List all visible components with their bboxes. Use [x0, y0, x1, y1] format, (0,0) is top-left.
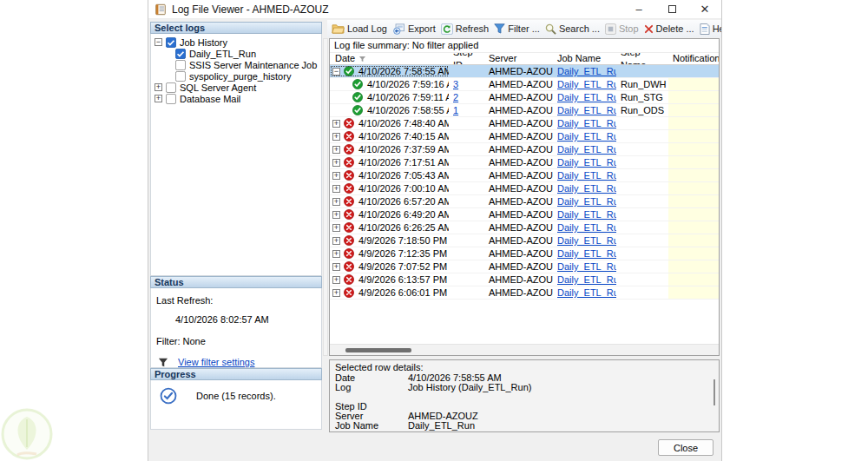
- job-name-link[interactable]: Daily_ETL_Run: [557, 274, 616, 285]
- server-cell: AHMED-AZOUZ: [484, 143, 553, 155]
- log-row[interactable]: +4/10/2026 7:40:15 AMAHMED-AZOUZDaily_ET…: [330, 130, 719, 143]
- log-row[interactable]: +4/9/2026 7:07:52 PMAHMED-AZOUZDaily_ETL…: [330, 260, 719, 273]
- log-row[interactable]: +4/9/2026 7:18:50 PMAHMED-AZOUZDaily_ETL…: [330, 234, 719, 247]
- log-row[interactable]: +4/10/2026 7:17:51 AMAHMED-AZOUZDaily_ET…: [330, 156, 719, 169]
- column-header-step-id[interactable]: Step ID: [449, 53, 484, 64]
- toolbar-button-label: Help: [713, 23, 721, 34]
- log-row[interactable]: +4/10/2026 6:49:20 AMAHMED-AZOUZDaily_ET…: [330, 208, 719, 221]
- column-header-step-name[interactable]: Step Name: [616, 53, 668, 64]
- job-name-link[interactable]: Daily_ETL_Run: [557, 209, 616, 220]
- toolbar-button-refresh[interactable]: Refresh: [438, 21, 492, 36]
- log-row[interactable]: 4/10/2026 7:58:55 AM1AHMED-AZOUZDaily_ET…: [330, 104, 719, 117]
- tree-item[interactable]: +Database Mail: [151, 93, 321, 104]
- tree-item[interactable]: syspolicy_purge_history: [151, 70, 321, 82]
- toolbar-button-export[interactable]: Export: [390, 21, 438, 36]
- row-expander-icon[interactable]: +: [332, 276, 340, 284]
- log-row[interactable]: +4/10/2026 6:26:25 AMAHMED-AZOUZDaily_ET…: [330, 221, 719, 234]
- close-button[interactable]: Close: [658, 439, 713, 456]
- error-icon: [344, 274, 354, 285]
- row-expander-icon[interactable]: +: [332, 133, 340, 141]
- toolbar-button-help[interactable]: Help: [697, 21, 721, 36]
- row-expander-icon[interactable]: +: [332, 211, 340, 219]
- column-header-notifications[interactable]: Notifications: [668, 53, 719, 64]
- toolbar-button-delete[interactable]: Delete ...: [641, 21, 697, 36]
- column-header-date[interactable]: Date: [330, 53, 449, 64]
- job-name-link[interactable]: Daily_ETL_Run: [557, 79, 616, 89]
- tree-item[interactable]: −Job History: [151, 36, 321, 48]
- step-id-link[interactable]: 1: [453, 105, 458, 115]
- row-expander-icon[interactable]: −: [332, 68, 340, 76]
- log-row[interactable]: 4/10/2026 7:59:16 AM3AHMED-AZOUZDaily_ET…: [330, 78, 719, 91]
- log-row[interactable]: +4/10/2026 7:37:59 AMAHMED-AZOUZDaily_ET…: [330, 143, 719, 156]
- job-name-link[interactable]: Daily_ETL_Run: [557, 183, 616, 194]
- log-row[interactable]: +4/10/2026 7:00:10 AMAHMED-AZOUZDaily_ET…: [330, 182, 719, 195]
- tree-expander-icon[interactable]: −: [155, 38, 162, 46]
- tree-item[interactable]: +SQL Server Agent: [151, 82, 321, 93]
- job-name-link[interactable]: Daily_ETL_Run: [557, 222, 616, 233]
- details-vertical-scrollbar[interactable]: [713, 379, 715, 405]
- tree-checkbox[interactable]: [166, 82, 176, 93]
- step-id-link[interactable]: 3: [453, 79, 458, 89]
- row-expander-icon[interactable]: +: [332, 185, 340, 193]
- job-name-link[interactable]: Daily_ETL_Run: [557, 144, 616, 155]
- tree-item[interactable]: Daily_ETL_Run: [151, 48, 321, 59]
- job-name-link[interactable]: Daily_ETL_Run: [557, 157, 616, 168]
- job-name-link[interactable]: Daily_ETL_Run: [557, 170, 616, 181]
- column-header-server[interactable]: Server: [484, 53, 553, 64]
- log-row[interactable]: +4/9/2026 6:06:01 PMAHMED-AZOUZDaily_ETL…: [330, 286, 719, 300]
- row-expander-icon[interactable]: +: [332, 198, 340, 206]
- job-name-link[interactable]: Daily_ETL_Run: [557, 118, 616, 128]
- screenshot-canvas: Log File Viewer - AHMED-AZOUZ – ✕ Select…: [0, 0, 868, 461]
- log-row[interactable]: +4/10/2026 6:57:20 AMAHMED-AZOUZDaily_ET…: [330, 195, 719, 208]
- column-header-label: Job Name: [557, 53, 601, 64]
- tree-checkbox[interactable]: [175, 49, 186, 59]
- tree-checkbox[interactable]: [175, 60, 186, 70]
- log-row[interactable]: +4/9/2026 6:13:57 PMAHMED-AZOUZDaily_ETL…: [330, 273, 719, 286]
- job-name-cell: Daily_ETL_Run: [553, 286, 616, 299]
- column-header-job-name[interactable]: Job Name: [553, 53, 616, 64]
- toolbar-button-search[interactable]: Search ...: [542, 21, 602, 36]
- tree-expander-icon[interactable]: +: [155, 83, 162, 91]
- log-row[interactable]: +4/10/2026 7:05:43 AMAHMED-AZOUZDaily_ET…: [330, 169, 719, 182]
- log-row[interactable]: 4/10/2026 7:59:11 AM2AHMED-AZOUZDaily_ET…: [330, 91, 719, 104]
- row-expander-icon[interactable]: +: [332, 120, 340, 128]
- log-row[interactable]: +4/9/2026 7:12:35 PMAHMED-AZOUZDaily_ETL…: [330, 247, 719, 260]
- row-expander-icon[interactable]: +: [332, 263, 340, 271]
- view-filter-settings-link[interactable]: View filter settings: [178, 357, 254, 367]
- job-name-link[interactable]: Daily_ETL_Run: [557, 248, 616, 259]
- job-name-link[interactable]: Daily_ETL_Run: [557, 131, 616, 142]
- toolbar-button-load-log[interactable]: Load Log: [329, 21, 390, 36]
- step-id-link[interactable]: 2: [453, 92, 458, 102]
- job-name-link[interactable]: Daily_ETL_Run: [557, 261, 616, 272]
- toolbar-button-filter[interactable]: Filter ...: [491, 21, 542, 36]
- row-expander-icon[interactable]: +: [332, 159, 340, 167]
- job-name-cell: Daily_ETL_Run: [553, 169, 616, 181]
- row-expander-icon[interactable]: +: [332, 172, 340, 180]
- minimize-button[interactable]: –: [622, 0, 655, 18]
- server-cell: AHMED-AZOUZ: [484, 221, 553, 234]
- job-name-link[interactable]: Daily_ETL_Run: [557, 92, 616, 102]
- row-expander-icon[interactable]: +: [332, 289, 340, 297]
- log-row[interactable]: +4/10/2026 7:48:40 AMAHMED-AZOUZDaily_ET…: [330, 117, 719, 130]
- tree-expander-icon[interactable]: +: [155, 95, 162, 102]
- job-name-link[interactable]: Daily_ETL_Run: [557, 287, 616, 298]
- tree-checkbox[interactable]: [166, 94, 176, 104]
- horizontal-scrollbar-thumb[interactable]: [345, 348, 411, 352]
- row-expander-icon[interactable]: +: [332, 224, 340, 232]
- job-name-link[interactable]: Daily_ETL_Run: [557, 66, 616, 76]
- tree-checkbox[interactable]: [166, 37, 176, 48]
- tree-checkbox[interactable]: [175, 71, 186, 82]
- tree-item[interactable]: SSIS Server Maintenance Job: [151, 59, 321, 70]
- close-window-button[interactable]: ✕: [688, 0, 721, 18]
- horizontal-scrollbar[interactable]: [330, 344, 719, 355]
- job-name-link[interactable]: Daily_ETL_Run: [557, 235, 616, 246]
- job-name-link[interactable]: Daily_ETL_Run: [557, 105, 616, 115]
- splitter[interactable]: [323, 38, 328, 356]
- maximize-button[interactable]: [655, 0, 688, 18]
- row-expander-icon[interactable]: +: [332, 146, 340, 154]
- log-row[interactable]: −4/10/2026 7:58:55 AMAHMED-AZOUZDaily_ET…: [330, 65, 719, 78]
- notifications-cell: [668, 143, 719, 155]
- row-expander-icon[interactable]: +: [332, 237, 340, 245]
- row-expander-icon[interactable]: +: [332, 250, 340, 258]
- job-name-link[interactable]: Daily_ETL_Run: [557, 196, 616, 207]
